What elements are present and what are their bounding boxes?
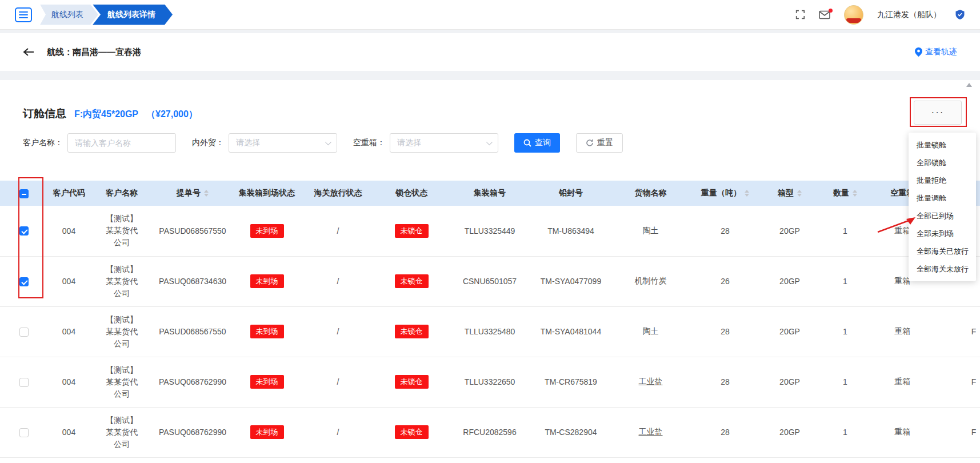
tab-route-detail[interactable]: 航线列表详情 [93, 5, 173, 25]
booking-table: 客户代码 客户名称 提单号 集装箱到场状态 海关放行状态 锁仓状态 集装箱号 铅… [0, 181, 980, 458]
avatar-ribbon [846, 18, 861, 23]
cell-customs-status: / [302, 206, 374, 256]
nav-tabs: 航线列表 航线列表详情 [40, 5, 173, 25]
select-all-checkbox[interactable] [19, 189, 29, 198]
menu-item-customs-released[interactable]: 全部海关已放行 [909, 242, 976, 260]
cell-cargo-name: 工业盐 [611, 407, 690, 457]
tab-route-list[interactable]: 航线列表 [40, 5, 98, 25]
col-container-no: 集装箱号 [449, 181, 530, 206]
cell-weight: 26 [690, 256, 761, 306]
scrollbar-up-arrow-icon[interactable] [966, 83, 972, 87]
reset-button[interactable]: 重置 [576, 133, 623, 153]
sort-icon[interactable] [204, 190, 209, 197]
col-cargo-name: 货物名称 [611, 181, 690, 206]
cell-quantity: 1 [819, 407, 871, 457]
cell-extra: F [934, 357, 980, 407]
tab-route-detail-label: 航线列表详情 [107, 10, 155, 20]
menu-collapse-icon[interactable] [15, 7, 32, 22]
search-icon [523, 139, 531, 147]
cargo-name: 陶土 [643, 326, 659, 336]
message-badge-dot [829, 9, 833, 13]
row-checkbox[interactable] [19, 328, 29, 337]
cell-bl-no: PASUQ068762990 [154, 407, 231, 457]
row-select-cell [0, 256, 48, 306]
table-row: 004 【测试】某某货代公司 PASUD068567550 未到场 / 未锁仓 … [0, 306, 980, 357]
menu-item-batch-transfer[interactable]: 批量调舱 [909, 189, 976, 207]
menu-item-batch-reject[interactable]: 批量拒绝 [909, 171, 976, 189]
cell-seal-no: TM-U863494 [530, 206, 611, 256]
user-name[interactable]: 九江港发（船队） [877, 10, 941, 20]
search-button[interactable]: 查询 [514, 133, 560, 153]
location-pin-icon [915, 47, 922, 57]
filter-customer-name: 客户名称： [23, 133, 176, 153]
back-arrow-icon[interactable] [23, 47, 34, 57]
cell-box-type: 20GP [761, 306, 819, 357]
cargo-name-link[interactable]: 工业盐 [639, 427, 663, 436]
cell-seal-no: TM-CS282904 [530, 407, 611, 457]
table-header-row: 客户代码 客户名称 提单号 集装箱到场状态 海关放行状态 锁仓状态 集装箱号 铅… [0, 181, 980, 206]
cargo-name-link[interactable]: 工业盐 [639, 377, 663, 386]
cell-seal-no: TM-SYA0481044 [530, 306, 611, 357]
route-bar: 航线：南昌港——宜春港 查看轨迹 [0, 33, 980, 71]
cell-weight: 28 [690, 306, 761, 357]
filter-trade-type: 内外贸： 请选择 [192, 133, 337, 153]
message-icon[interactable] [819, 10, 830, 19]
empty-full-select[interactable]: 请选择 [390, 133, 498, 153]
cell-quantity: 1 [819, 256, 871, 306]
cell-arrival-status: 未到场 [231, 306, 302, 357]
trade-type-label: 内外贸： [192, 138, 224, 148]
arrival-status-badge: 未到场 [250, 224, 284, 238]
reset-button-label: 重置 [597, 138, 613, 148]
fullscreen-icon[interactable] [795, 10, 805, 19]
col-weight[interactable]: 重量（吨） [690, 181, 761, 206]
cell-seal-no: TM-SYA0477099 [530, 256, 611, 306]
cell-cargo-name: 陶土 [611, 206, 690, 256]
row-checkbox[interactable] [19, 428, 29, 437]
booking-title-row: 订舱信息 F:内贸45*20GP （¥27,000） [23, 106, 198, 121]
menu-item-batch-lock[interactable]: 批量锁舱 [909, 136, 976, 154]
trade-type-select[interactable]: 请选择 [229, 133, 337, 153]
cell-customer-name: 【测试】某某货代公司 [90, 357, 154, 407]
menu-item-customs-not-released[interactable]: 全部海关未放行 [909, 260, 976, 278]
col-box-type[interactable]: 箱型 [761, 181, 819, 206]
cell-container-no: TLLU3325480 [449, 306, 530, 357]
col-customs-status: 海关放行状态 [302, 181, 374, 206]
batch-actions-menu: 批量锁舱 全部锁舱 批量拒绝 批量调舱 全部已到场 全部未到场 全部海关已放行 … [909, 133, 976, 281]
select-all-cell [0, 181, 48, 206]
col-quantity[interactable]: 数量 [819, 181, 871, 206]
view-track-link[interactable]: 查看轨迹 [915, 47, 957, 57]
cell-customer-code: 004 [48, 357, 90, 407]
cell-customs-status: / [302, 306, 374, 357]
cell-arrival-status: 未到场 [231, 206, 302, 256]
row-checkbox[interactable] [19, 378, 29, 387]
booking-table-wrap: 客户代码 客户名称 提单号 集装箱到场状态 海关放行状态 锁仓状态 集装箱号 铅… [0, 181, 980, 463]
cell-cargo-name: 机制竹炭 [611, 256, 690, 306]
row-checkbox[interactable] [19, 226, 29, 236]
cell-container-no: CSNU6501057 [449, 256, 530, 306]
avatar[interactable] [844, 5, 863, 25]
row-select-cell [0, 357, 48, 407]
sort-icon[interactable] [745, 190, 749, 197]
col-arrival-status: 集装箱到场状态 [231, 181, 302, 206]
menu-item-all-not-arrived[interactable]: 全部未到场 [909, 225, 976, 242]
cell-cargo-name: 工业盐 [611, 357, 690, 407]
cell-arrival-status: 未到场 [231, 407, 302, 457]
table-row: 004 【测试】某某货代公司 PASUQ068734630 未到场 / 未锁仓 … [0, 256, 980, 306]
row-checkbox[interactable] [19, 277, 29, 286]
cell-box-type: 20GP [761, 407, 819, 457]
menu-item-all-arrived[interactable]: 全部已到场 [909, 207, 976, 225]
col-bl-no[interactable]: 提单号 [154, 181, 231, 206]
trade-type-placeholder: 请选择 [236, 138, 260, 148]
cell-container-no: RFCU2082596 [449, 407, 530, 457]
filter-bar: 客户名称： 内外贸： 请选择 空重箱： 请选择 查询 重置 [23, 133, 623, 153]
booking-panel: 订舱信息 F:内贸45*20GP （¥27,000） ··· 客户名称： 内外贸… [0, 80, 980, 463]
customer-name-input[interactable] [67, 133, 176, 153]
badge-shield-icon[interactable] [955, 9, 965, 20]
cell-extra: F [934, 407, 980, 457]
sort-icon[interactable] [797, 190, 802, 197]
cell-arrival-status: 未到场 [231, 256, 302, 306]
menu-item-lock-all[interactable]: 全部锁舱 [909, 154, 976, 171]
sort-icon[interactable] [853, 190, 857, 197]
more-actions-button[interactable]: ··· [914, 101, 962, 125]
cargo-name: 机制竹炭 [635, 276, 667, 285]
